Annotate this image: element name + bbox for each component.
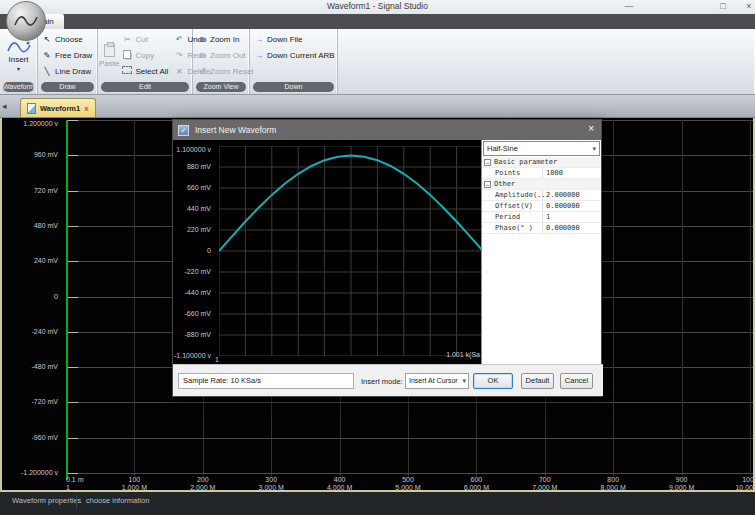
- select-all-button[interactable]: Select All: [119, 63, 171, 79]
- down-current-arb-button[interactable]: → Down Current ARB: [251, 47, 336, 63]
- dialog-y-label: 220 mV: [187, 226, 211, 233]
- choose-button[interactable]: ↖ Choose: [39, 31, 96, 47]
- property-row: Amplitude(...2.000000: [482, 190, 601, 201]
- dialog-plot-y-axis: 1.100000 v880 mV660 mV440 mV220 mV0-220 …: [173, 146, 217, 356]
- main-gridline-v: [750, 120, 751, 476]
- tab-close-icon[interactable]: x: [84, 104, 88, 113]
- status-right: choose information: [86, 496, 149, 505]
- collapse-minus-icon[interactable]: −: [484, 159, 491, 166]
- zoom-out-label: Zoom Out: [210, 51, 246, 60]
- main-x-label-time: 600: [471, 476, 483, 483]
- chevron-down-icon: ▾: [592, 142, 596, 155]
- property-value[interactable]: 2.000000: [546, 191, 580, 199]
- tab-waveform1[interactable]: Waveform1 x: [20, 98, 96, 117]
- down-file-label: Down File: [267, 35, 303, 44]
- group-label-zoom-view: Zoom View: [196, 82, 246, 92]
- group-label-waveform: Waveform: [3, 82, 34, 92]
- app-menu-button[interactable]: [6, 1, 46, 41]
- main-gridline-v: [134, 120, 135, 476]
- property-value[interactable]: 1: [546, 213, 550, 221]
- collapse-minus-icon[interactable]: −: [484, 181, 491, 188]
- default-button[interactable]: Default: [521, 373, 554, 389]
- main-x-label-samples: 1.000 M: [122, 484, 147, 491]
- zoom-reset-icon: ↺: [197, 67, 207, 76]
- main-x-label-samples: 3.000 M: [259, 484, 284, 491]
- app-window: Waveform1 - Signal Studio — □ × Main Ins…: [0, 0, 755, 515]
- property-row: Phase(° )0.000000: [482, 223, 601, 234]
- free-draw-button[interactable]: ✎ Free Draw: [39, 47, 96, 63]
- ok-button[interactable]: OK: [473, 373, 513, 389]
- dialog-y-label: -440 mV: [185, 289, 211, 296]
- ribbon-filler: [338, 29, 755, 94]
- ribbon-tab-band: Main: [0, 14, 755, 29]
- sample-rate-field[interactable]: Sample Rate: 10 KSa/s: [178, 373, 354, 389]
- main-y-label: 0: [54, 293, 58, 300]
- main-x-label-time: 400: [334, 476, 346, 483]
- insert-mode-value: Insert At Cursor: [409, 377, 458, 384]
- main-y-label: -1.200000 v: [21, 469, 58, 476]
- dialog-y-label: -1.100000 v: [174, 352, 211, 359]
- maximize-button[interactable]: □: [715, 0, 731, 13]
- zoom-in-label: Zoom In: [210, 35, 239, 44]
- tab-scroll-left-icon[interactable]: ◂: [2, 101, 7, 111]
- dialog-plot-canvas[interactable]: [219, 146, 483, 356]
- zoom-in-icon: ⊕: [197, 35, 207, 44]
- dialog-close-icon[interactable]: ×: [588, 123, 594, 134]
- choose-label: Choose: [55, 35, 83, 44]
- main-gridline-v: [682, 120, 683, 476]
- dialog-title-bar[interactable]: ✓ Insert New Waveform ×: [173, 120, 601, 140]
- ribbon-group-draw: ↖ Choose ✎ Free Draw ╲ Line Draw Draw: [38, 29, 98, 94]
- main-y-label: 720 mV: [34, 187, 58, 194]
- main-x-label-time: 200: [197, 476, 209, 483]
- diagonal-line-icon: ╲: [42, 67, 52, 76]
- main-y-label: 960 mV: [34, 151, 58, 158]
- zoom-reset-button[interactable]: ↺ Zoom Reset: [194, 63, 248, 79]
- line-draw-button[interactable]: ╲ Line Draw: [39, 63, 96, 79]
- group-label-draw: Draw: [41, 82, 94, 92]
- down-file-button[interactable]: → Down File: [251, 31, 336, 47]
- copy-button[interactable]: Copy: [119, 47, 171, 63]
- property-value[interactable]: 1000: [546, 169, 563, 177]
- property-row: Period1: [482, 212, 601, 223]
- property-value[interactable]: 0.000000: [546, 202, 580, 210]
- insert-mode-label: Insert mode:: [361, 377, 403, 386]
- main-x-label-time: 700: [539, 476, 551, 483]
- main-y-label: -480 mV: [32, 363, 58, 370]
- property-name: Offset(V): [495, 202, 533, 210]
- line-draw-label: Line Draw: [55, 67, 91, 76]
- document-icon: [27, 103, 36, 114]
- cancel-button[interactable]: Cancel: [560, 373, 593, 389]
- redo-arrow-icon: ↷: [174, 51, 184, 60]
- waveform-type-value: Half-Sine: [487, 144, 518, 153]
- waveform-type-dropdown[interactable]: Half-Sine ▾: [483, 141, 600, 156]
- main-x-label-samples: 7.000 M: [532, 484, 557, 491]
- minimize-button[interactable]: —: [621, 0, 637, 13]
- main-y-label: 240 mV: [34, 257, 58, 264]
- main-x-label-time: 0.1 m: [66, 476, 84, 483]
- cut-button[interactable]: ✂ Cut: [119, 31, 171, 47]
- main-x-label-time: 100: [129, 476, 141, 483]
- insert-mode-dropdown[interactable]: Insert At Cursor ▾: [405, 373, 469, 389]
- property-value[interactable]: 0.000000: [546, 224, 580, 232]
- zoom-out-button[interactable]: ⊖ Zoom Out: [194, 47, 248, 63]
- dialog-title: Insert New Waveform: [195, 125, 276, 135]
- zoom-in-button[interactable]: ⊕ Zoom In: [194, 31, 248, 47]
- close-button[interactable]: ×: [741, 0, 755, 13]
- main-x-label-time: 900: [676, 476, 688, 483]
- status-bar: Waveform properties choose information: [0, 492, 755, 515]
- main-x-label-samples: 9.000 M: [669, 484, 694, 491]
- sine-wave-icon: [7, 41, 31, 54]
- main-x-label-samples: 2.000 M: [190, 484, 215, 491]
- app-logo-wave-icon: [14, 14, 38, 28]
- group-label-down: Down: [253, 82, 334, 92]
- paste-button[interactable]: Paste: [99, 31, 119, 81]
- cursor-icon: ↖: [42, 35, 52, 44]
- property-group-row: −Other: [482, 179, 601, 190]
- copy-label: Copy: [135, 51, 154, 60]
- dialog-y-label: 880 mV: [187, 163, 211, 170]
- dialog-y-label: -660 mV: [185, 310, 211, 317]
- main-y-label: -960 mV: [32, 434, 58, 441]
- window-title: Waveform1 - Signal Studio: [0, 1, 755, 11]
- plot-cursor-line[interactable]: [66, 120, 68, 480]
- status-left: Waveform properties: [12, 496, 81, 505]
